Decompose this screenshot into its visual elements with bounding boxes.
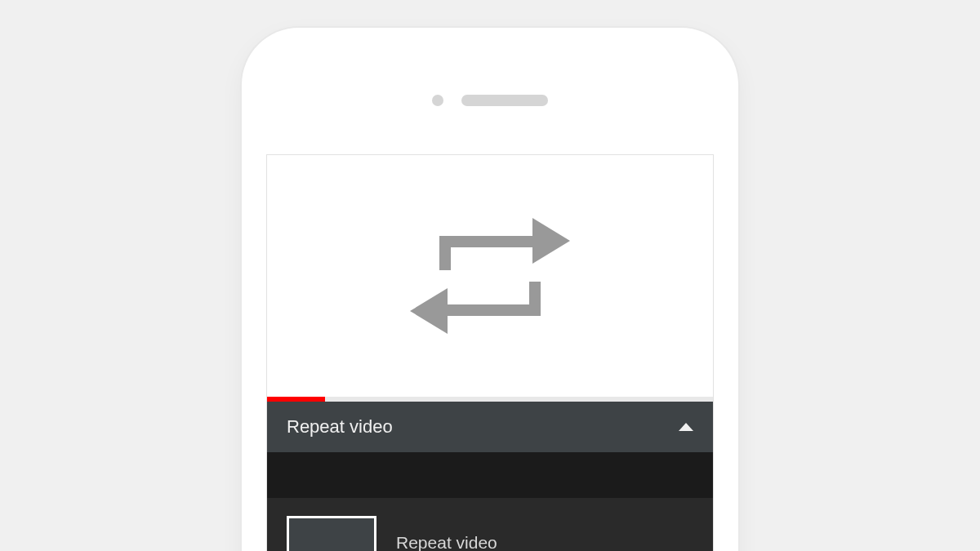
phone-frame: Repeat video Repeat video — [242, 28, 738, 551]
video-progress-fill — [267, 397, 325, 402]
video-progress-bar[interactable] — [267, 397, 713, 402]
playlist-header[interactable]: Repeat video — [267, 402, 713, 452]
camera-dot-icon — [432, 95, 443, 106]
playlist-item[interactable]: Repeat video — [267, 498, 713, 551]
video-thumbnail — [287, 516, 376, 551]
speaker-grille-icon — [461, 95, 548, 106]
repeat-icon — [408, 207, 572, 345]
playlist-spacer — [267, 452, 713, 498]
video-player-area[interactable] — [267, 155, 713, 397]
phone-speaker-area — [242, 95, 738, 106]
phone-screen: Repeat video Repeat video — [266, 154, 714, 551]
playlist-header-title: Repeat video — [287, 416, 393, 438]
playlist-item-title: Repeat video — [396, 533, 497, 551]
chevron-up-icon — [679, 423, 693, 431]
